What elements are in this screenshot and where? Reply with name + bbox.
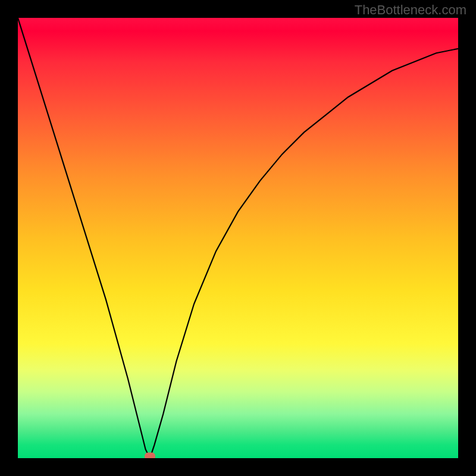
chart-frame bbox=[0, 0, 476, 476]
bottleneck-curve bbox=[18, 18, 458, 458]
watermark-text: TheBottleneck.com bbox=[355, 2, 466, 18]
chart-area bbox=[18, 18, 458, 458]
optimum-marker bbox=[145, 453, 155, 459]
curve-svg bbox=[18, 18, 458, 458]
